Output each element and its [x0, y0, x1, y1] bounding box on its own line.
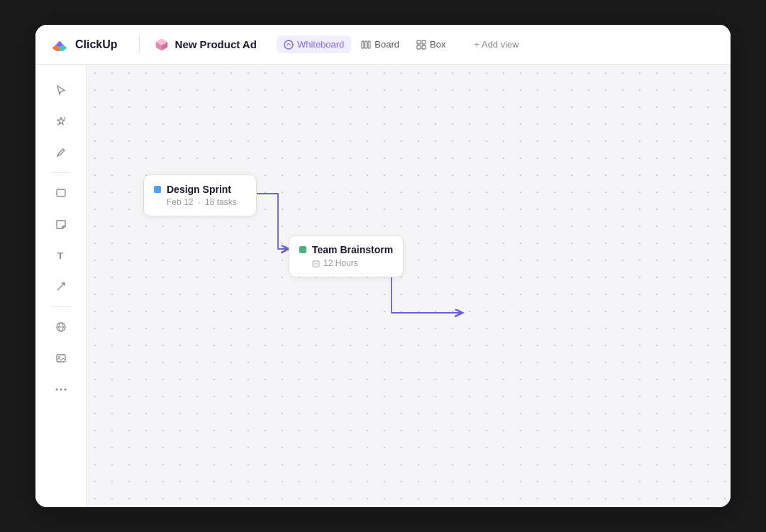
pen-tool[interactable] — [47, 138, 75, 167]
magic-icon — [55, 116, 67, 127]
svg-point-18 — [64, 389, 66, 391]
project-icon — [154, 37, 170, 52]
header-divider — [139, 36, 140, 53]
svg-point-8 — [64, 117, 65, 118]
connector-icon — [55, 281, 67, 292]
svg-rect-5 — [422, 40, 426, 44]
sticky-icon — [55, 218, 67, 230]
project-title-area: New Product Ad — [154, 37, 257, 52]
project-title: New Product Ad — [175, 38, 257, 50]
box-view-icon — [416, 40, 426, 50]
left-toolbar: T — [35, 65, 87, 507]
card-subtitle: Feb 12 · 18 tasks — [154, 197, 246, 207]
nav-board[interactable]: Board — [354, 35, 406, 53]
svg-rect-4 — [417, 40, 421, 44]
svg-point-17 — [60, 389, 62, 391]
card-dot — [299, 246, 306, 253]
svg-rect-7 — [422, 45, 426, 49]
cursor-icon — [55, 84, 67, 96]
card-header: Design Sprint — [154, 184, 246, 195]
svg-rect-3 — [368, 41, 370, 48]
whiteboard-icon — [284, 40, 294, 50]
tool-sep-1 — [51, 172, 71, 173]
globe-tool[interactable] — [47, 313, 75, 341]
main-area: T — [35, 65, 731, 507]
card-title: Team Brainstorm — [312, 244, 393, 255]
rectangle-icon — [55, 187, 67, 199]
whiteboard-canvas[interactable]: Design Sprint Feb 12 · 18 tasks Team Bra… — [87, 65, 731, 507]
nav-whiteboard[interactable]: Whiteboard — [277, 35, 351, 53]
text-icon: T — [55, 250, 67, 261]
svg-text:T: T — [57, 250, 63, 261]
clock-icon — [312, 260, 320, 267]
text-tool[interactable]: T — [47, 241, 75, 270]
tool-sep-2 — [51, 306, 71, 307]
svg-point-15 — [58, 356, 60, 358]
svg-point-16 — [55, 389, 57, 391]
globe-icon — [55, 321, 67, 333]
svg-rect-1 — [362, 41, 364, 48]
board-icon — [361, 40, 371, 50]
more-icon — [55, 388, 67, 391]
svg-rect-6 — [417, 45, 421, 49]
image-tool[interactable] — [47, 344, 75, 372]
app-name: ClickUp — [75, 38, 118, 51]
rectangle-tool[interactable] — [47, 179, 75, 207]
card-header: Team Brainstorm — [299, 244, 393, 255]
sticky-tool[interactable] — [47, 210, 75, 238]
svg-point-9 — [57, 123, 58, 125]
svg-point-0 — [284, 40, 293, 49]
svg-rect-10 — [57, 189, 65, 196]
svg-rect-2 — [365, 41, 367, 48]
connector-tool[interactable] — [47, 272, 75, 301]
nav-views: Whiteboard Board Box — [277, 35, 453, 53]
pen-icon — [55, 147, 67, 158]
design-sprint-card[interactable]: Design Sprint Feb 12 · 18 tasks — [143, 174, 257, 216]
add-view-button[interactable]: + Add view — [467, 35, 526, 53]
magic-tool[interactable] — [47, 107, 75, 135]
header: ClickUp New Product Ad Whiteboard — [35, 25, 731, 65]
card-dot — [154, 186, 161, 193]
card-meta: 12 Hours — [299, 258, 393, 268]
cursor-tool[interactable] — [47, 76, 75, 104]
card-title: Design Sprint — [167, 184, 231, 195]
logo-area: ClickUp — [50, 35, 118, 55]
connector-lines — [87, 65, 731, 507]
more-tools[interactable] — [47, 375, 75, 404]
nav-box[interactable]: Box — [409, 35, 453, 53]
team-brainstorm-card[interactable]: Team Brainstorm 12 Hours — [289, 235, 404, 277]
clickup-logo-icon — [50, 35, 70, 55]
app-window: ClickUp New Product Ad Whiteboard — [35, 25, 731, 507]
image-icon — [55, 353, 67, 364]
